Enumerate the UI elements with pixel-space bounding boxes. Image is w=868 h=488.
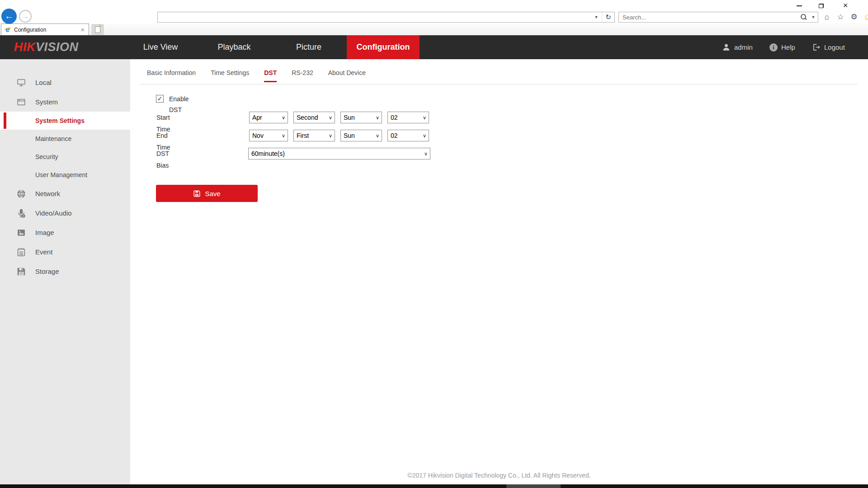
close-icon: × xyxy=(843,1,848,10)
storage-icon xyxy=(16,267,27,277)
favorites-star-icon[interactable]: ☆ xyxy=(835,12,845,22)
logo-vision: VISION xyxy=(36,40,79,54)
browser-forward-button[interactable]: → xyxy=(19,10,32,23)
sidebar-item-video-audio[interactable]: Video/Audio xyxy=(0,203,130,223)
chevron-down-icon: ∨ xyxy=(329,133,335,139)
new-tab-button[interactable] xyxy=(92,24,104,35)
sidebar-item-label: Image xyxy=(35,229,54,236)
main-area: Local System System Settings Maintenance… xyxy=(0,59,868,484)
footer-copyright: ©2017 Hikvision Digital Technology Co., … xyxy=(130,472,868,479)
bottom-strip-segment xyxy=(506,484,561,488)
restore-button[interactable] xyxy=(812,0,830,12)
browser-tab-configuration[interactable]: e Configuration × xyxy=(1,23,89,35)
tabs-divider xyxy=(140,84,858,84)
sidebar-item-system[interactable]: System xyxy=(0,92,130,112)
home-icon[interactable]: ⌂ xyxy=(822,12,832,22)
browser-nav-row: ← → ▼ ↻ ▼ ⌂ ☆ ⚙ ☺ xyxy=(0,12,868,23)
refresh-icon[interactable]: ↻ xyxy=(602,12,614,22)
sidebar-item-label: Storage xyxy=(35,267,59,275)
sidebar-item-image[interactable]: Image xyxy=(0,223,130,242)
chevron-down-icon: ∨ xyxy=(376,133,382,139)
tab-time-settings[interactable]: Time Settings xyxy=(211,69,249,82)
content-tabs: Basic Information Time Settings DST RS-2… xyxy=(147,69,381,82)
end-week-select[interactable]: First ∨ xyxy=(293,130,335,141)
start-hour-select[interactable]: 02 ∨ xyxy=(387,112,429,123)
search-box[interactable]: ▼ xyxy=(618,12,818,23)
nav-item-playback[interactable]: Playback xyxy=(217,35,250,59)
sidebar-item-user-management[interactable]: User Management xyxy=(0,166,130,184)
dst-bias-label: DST Bias xyxy=(156,148,169,171)
sidebar-item-label: Video/Audio xyxy=(35,209,72,217)
sidebar-item-event[interactable]: Event xyxy=(0,242,130,262)
sidebar-item-system-settings[interactable]: System Settings xyxy=(0,112,130,130)
select-value: Second xyxy=(297,114,318,121)
enable-dst-label: Enable DST xyxy=(169,94,189,115)
end-hour-select[interactable]: 02 ∨ xyxy=(387,130,429,141)
start-day-select[interactable]: Sun ∨ xyxy=(340,112,382,123)
sidebar-item-label: System xyxy=(35,98,58,106)
sidebar-item-security[interactable]: Security xyxy=(0,148,130,166)
start-month-select[interactable]: Apr ∨ xyxy=(249,112,288,123)
sidebar-item-label: System Settings xyxy=(35,117,85,124)
select-value: Sun xyxy=(344,132,355,139)
content-panel: Basic Information Time Settings DST RS-2… xyxy=(130,59,868,484)
sidebar-item-label: Local xyxy=(35,79,52,86)
app-top-nav: HIKVISION Live View Playback Picture Con… xyxy=(0,35,868,59)
chevron-down-icon: ∨ xyxy=(376,115,382,121)
sidebar-item-maintenance[interactable]: Maintenance xyxy=(0,130,130,148)
search-dropdown-icon[interactable]: ▼ xyxy=(809,15,818,19)
tab-basic-information[interactable]: Basic Information xyxy=(147,69,196,82)
address-bar[interactable]: ▼ ↻ xyxy=(157,12,615,23)
tab-close-icon[interactable]: × xyxy=(79,26,86,33)
help-button[interactable]: i Help xyxy=(769,35,795,59)
sidebar-item-local[interactable]: Local xyxy=(0,73,130,92)
tools-gear-icon[interactable]: ⚙ xyxy=(849,12,859,22)
tab-about-device[interactable]: About Device xyxy=(328,69,366,82)
monitor-icon xyxy=(16,78,27,88)
end-month-select[interactable]: Nov ∨ xyxy=(249,130,288,141)
select-value: First xyxy=(297,132,309,139)
user-icon xyxy=(722,43,731,52)
start-week-select[interactable]: Second ∨ xyxy=(293,112,335,123)
info-icon: i xyxy=(769,43,778,52)
title-bar: × xyxy=(0,0,868,12)
feedback-smiley-icon[interactable]: ☺ xyxy=(863,12,868,22)
sidebar-item-network[interactable]: Network xyxy=(0,184,130,203)
search-icon[interactable] xyxy=(799,13,808,22)
system-window-icon xyxy=(16,97,27,107)
search-input[interactable] xyxy=(619,13,799,22)
chevron-down-icon: ∨ xyxy=(282,115,288,121)
chevron-down-icon: ∨ xyxy=(424,151,430,157)
address-dropdown-icon[interactable]: ▼ xyxy=(591,15,602,19)
minimize-button[interactable] xyxy=(790,0,808,12)
select-value: 60minute(s) xyxy=(251,150,285,157)
new-tab-icon xyxy=(95,26,100,33)
hikvision-logo: HIKVISION xyxy=(14,35,79,59)
check-icon: ✓ xyxy=(157,95,163,102)
address-input[interactable] xyxy=(158,13,591,22)
nav-item-picture[interactable]: Picture xyxy=(296,35,321,59)
enable-dst-checkbox[interactable]: ✓ xyxy=(156,95,164,103)
current-user: admin xyxy=(722,35,753,59)
select-value: 02 xyxy=(391,114,398,121)
chevron-down-icon: ∨ xyxy=(282,133,288,139)
save-icon xyxy=(193,190,201,197)
sidebar-item-label: Maintenance xyxy=(35,135,71,142)
logout-button[interactable]: Logout xyxy=(812,35,845,59)
logout-label: Logout xyxy=(824,43,845,51)
tab-dst[interactable]: DST xyxy=(264,69,277,82)
event-icon xyxy=(16,247,27,257)
tab-rs232[interactable]: RS-232 xyxy=(292,69,313,82)
sidebar-item-storage[interactable]: Storage xyxy=(0,262,130,281)
save-button[interactable]: Save xyxy=(156,185,258,202)
nav-item-live-view[interactable]: Live View xyxy=(143,35,178,59)
browser-back-button[interactable]: ← xyxy=(1,9,17,24)
video-audio-icon xyxy=(16,208,27,218)
bottom-strip xyxy=(0,484,868,488)
nav-item-configuration[interactable]: Configuration xyxy=(347,35,420,59)
browser-tab-row: e Configuration × xyxy=(0,23,868,35)
end-day-select[interactable]: Sun ∨ xyxy=(340,130,382,141)
close-button[interactable]: × xyxy=(836,0,854,12)
dst-bias-select[interactable]: 60minute(s) ∨ xyxy=(248,148,430,160)
restore-icon xyxy=(819,4,824,8)
